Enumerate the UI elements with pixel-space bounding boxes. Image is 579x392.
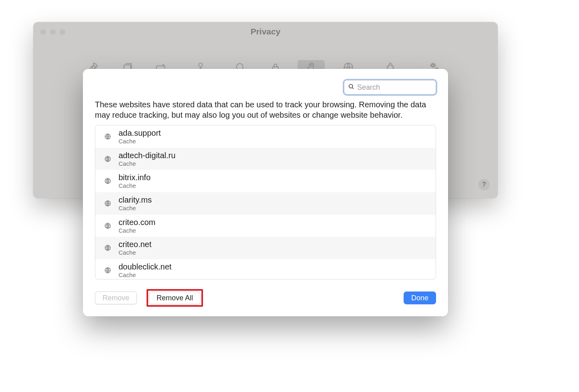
website-row[interactable]: criteo.com Cache (95, 215, 436, 237)
website-domain: bitrix.info (119, 173, 151, 182)
svg-point-9 (349, 84, 353, 88)
website-datatype: Cache (119, 160, 175, 167)
website-data-dialog: These websites have stored data that can… (83, 69, 448, 316)
help-label: ? (482, 181, 486, 188)
website-datatype: Cache (119, 138, 161, 145)
globe-icon (104, 177, 111, 185)
remove-all-button[interactable]: Remove All (149, 291, 201, 304)
globe-icon (104, 133, 111, 140)
website-datatype: Cache (119, 182, 151, 189)
website-domain: clarity.ms (119, 195, 152, 205)
globe-icon (104, 267, 111, 274)
website-domain: ada.support (119, 128, 161, 138)
website-datatype: Cache (119, 205, 152, 212)
website-domain: adtech-digital.ru (119, 151, 175, 160)
website-list: ada.support Cache adtech-digital.ru Cach… (95, 125, 436, 279)
website-datatype: Cache (119, 227, 155, 234)
website-row[interactable]: ada.support Cache (95, 125, 436, 148)
remove-button: Remove (95, 291, 137, 304)
globe-icon (104, 155, 111, 163)
website-datatype: Cache (119, 271, 171, 279)
globe-icon (104, 244, 111, 251)
website-datatype: Cache (119, 249, 151, 256)
website-row[interactable]: doubleclick.net Cache (95, 259, 436, 279)
website-domain: doubleclick.net (119, 262, 171, 271)
window-title: Privacy (33, 27, 498, 36)
dialog-description: These websites have stored data that can… (95, 99, 436, 120)
svg-point-0 (92, 66, 95, 69)
svg-point-3 (199, 63, 203, 67)
website-row[interactable]: bitrix.info Cache (95, 170, 436, 192)
website-domain: criteo.net (119, 239, 151, 249)
website-domain: criteo.com (119, 217, 155, 227)
website-row[interactable]: clarity.ms Cache (95, 192, 436, 215)
globe-icon (104, 222, 111, 229)
done-button[interactable]: Done (404, 291, 436, 304)
dialog-button-row: Remove Remove All Done (95, 289, 436, 307)
search-input[interactable] (357, 83, 450, 92)
help-button[interactable]: ? (478, 179, 490, 190)
highlight-annotation: Remove All (147, 289, 203, 307)
website-row[interactable]: criteo.net Cache (95, 237, 436, 259)
website-row[interactable]: adtech-digital.ru Cache (95, 148, 436, 170)
search-field-container[interactable] (344, 80, 436, 94)
globe-icon (104, 200, 111, 207)
search-icon (348, 83, 355, 92)
